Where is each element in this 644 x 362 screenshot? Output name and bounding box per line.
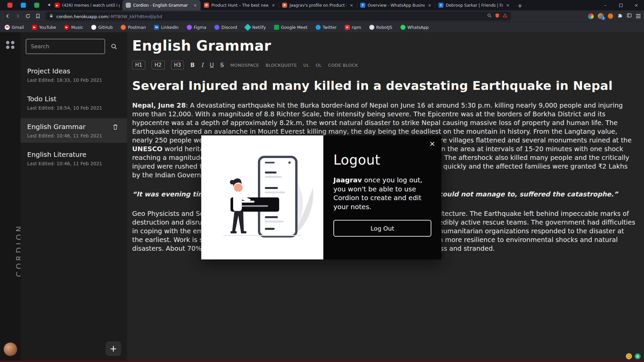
bookmark-item[interactable]: RobotJS [369, 25, 392, 30]
bookmark-item[interactable]: in LinkedIn [154, 25, 178, 30]
bookmark-label: Netlify [252, 25, 266, 30]
grammar-widget-icon[interactable]: G [635, 353, 641, 359]
sidebar-toggle-icon[interactable] [627, 13, 632, 19]
bookmark-item[interactable]: Figma [187, 25, 207, 30]
logout-modal: × Logout Jaagrav once you log out, you w… [201, 135, 441, 259]
bookmark-item[interactable]: Netlify [245, 25, 266, 30]
new-tab-button[interactable]: + [515, 1, 525, 10]
add-note-button[interactable]: + [106, 341, 121, 356]
bottom-edge-strip [0, 361, 644, 362]
tab-title: (426) memes i watch until i get numb [62, 3, 120, 8]
tab-close-icon[interactable]: × [271, 3, 276, 8]
search-button[interactable] [106, 39, 122, 54]
bookmark-label: YouTube [39, 25, 56, 30]
logout-button[interactable]: Log Out [333, 220, 431, 237]
toolbar-button[interactable]: H3 [171, 61, 184, 69]
profile-avatar-icon[interactable]: 3 [598, 13, 604, 19]
bookmark-label: WhatsApp [408, 25, 429, 30]
tab-audio-icon[interactable] [48, 3, 52, 8]
editor-toolbar: H1 H2 H3 B I U S MONOSPACE BLOCKQUOTE [132, 61, 636, 69]
extension-rainbow-icon[interactable] [588, 13, 594, 19]
minimize-button[interactable]: – [598, 0, 613, 10]
bookmark-flag-icon[interactable] [34, 12, 42, 20]
forward-button[interactable] [13, 12, 22, 20]
toolbar-button[interactable]: BLOCKQUOTE [266, 63, 297, 68]
close-window-button[interactable]: × [629, 0, 644, 10]
note-list-item[interactable]: Todo List Last Edited: 18:54, 10 Feb 202… [20, 90, 127, 115]
bookmark-item[interactable]: M Gmail [5, 25, 24, 30]
pinned-tab[interactable] [5, 1, 14, 10]
browser-tab[interactable]: f Overview - WhatsApp Business API × [357, 0, 435, 10]
modal-close-icon[interactable]: × [429, 139, 435, 148]
url-host: cordion.herokuapp.com [56, 14, 108, 19]
tab-close-icon[interactable]: × [349, 3, 354, 8]
bookmark-item[interactable]: Twitter [316, 25, 337, 30]
bookmark-item[interactable]: n npm [345, 25, 361, 30]
brave-rewards-icon[interactable] [502, 13, 507, 19]
note-list-item[interactable]: English Literature Last Edited: 10:46, 1… [20, 146, 127, 171]
pinned-tabs [2, 0, 44, 10]
tab-title: Cordion - English Grammar [133, 3, 190, 8]
browser-tab[interactable]: P Jaagrav's profile on Product Hunt | Pr… [279, 0, 357, 10]
cordion-logo [6, 41, 15, 49]
bookmark-label: LinkedIn [161, 25, 178, 30]
browser-tab[interactable]: f Debroop Sarkar | Friends | Facebook × [435, 0, 513, 10]
bookmark-item[interactable]: Google Meet [274, 25, 308, 30]
tab-close-icon[interactable]: × [193, 3, 198, 8]
extensions-puzzle-icon[interactable] [617, 13, 623, 19]
pinned-tab-favicon [34, 3, 39, 8]
toolbar-button[interactable]: OL [316, 63, 322, 68]
bookmark-item[interactable]: Discord [214, 25, 237, 30]
toolbar-button[interactable]: B [190, 62, 195, 68]
reload-button[interactable] [23, 12, 32, 20]
pinned-tab[interactable] [32, 1, 41, 10]
search-icon[interactable] [487, 13, 492, 19]
bookmark-item[interactable]: ▶ YouTube [32, 25, 56, 30]
brave-shield-icon[interactable] [495, 13, 500, 19]
url-bar[interactable]: cordion.herokuapp.com/-MTB0W_kkFh8tmdjlp… [46, 12, 511, 20]
toolbar-button[interactable]: UL [303, 63, 309, 68]
maximize-button[interactable] [613, 0, 629, 10]
bookmark-label: Google Meet [281, 25, 308, 30]
toolbar-button[interactable]: MONOSPACE [230, 63, 259, 68]
toolbar-button[interactable]: H2 [152, 61, 165, 69]
tab-close-icon[interactable]: × [427, 3, 432, 8]
bookmark-label: Figma [194, 25, 207, 30]
toolbar-button[interactable]: CODE BLOCK [328, 63, 358, 68]
toolbar-button[interactable]: U [210, 62, 214, 68]
tab-title: Overview - WhatsApp Business API [368, 3, 425, 8]
pinned-tab[interactable] [19, 1, 28, 10]
modal-username: Jaagrav [333, 176, 362, 184]
toolbar-button[interactable]: S [220, 62, 224, 68]
note-list-item[interactable]: English Grammar Last Edited: 10:46, 11 F… [20, 118, 127, 143]
browser-menu-icon[interactable] [636, 14, 641, 18]
toolbar-button[interactable]: H1 [132, 61, 145, 69]
search-input[interactable] [26, 39, 105, 54]
tab-favicon [126, 3, 131, 8]
extension-orange-icon[interactable] [608, 13, 613, 19]
tab-close-icon[interactable]: × [505, 3, 511, 8]
user-avatar[interactable] [4, 343, 17, 356]
bookmark-label: GitHub [98, 25, 113, 30]
bookmark-item[interactable]: ▶ Music [64, 25, 83, 30]
browser-tab[interactable]: ▶ (426) memes i watch until i get numb [44, 0, 122, 10]
extensions-area: 3 [588, 13, 641, 19]
note-list-item[interactable]: Project Ideas Last Edited: 18:33, 10 Feb… [20, 63, 127, 87]
browser-tab[interactable]: P Product Hunt – The best new products × [201, 0, 279, 10]
emoji-widget-icon[interactable]: ☺ [626, 353, 632, 359]
browser-tab[interactable]: Cordion - English Grammar × [122, 0, 201, 10]
back-button[interactable] [3, 12, 12, 20]
tab-favicon: f [360, 3, 365, 8]
bookmark-item[interactable]: Postman [121, 25, 146, 30]
tab-favicon: P [282, 3, 287, 8]
site-info-icon[interactable] [49, 13, 54, 19]
note-title: Project Ideas [27, 67, 122, 75]
pinned-tab-favicon [7, 3, 12, 8]
bookmark-item[interactable]: WhatsApp [400, 25, 429, 30]
bookmark-favicon [214, 25, 219, 30]
delete-note-icon[interactable] [112, 124, 118, 132]
document-heading[interactable]: Several Injured and many killed in a dev… [132, 79, 636, 93]
toolbar-button[interactable]: I [201, 62, 203, 68]
bookmark-label: Twitter [323, 25, 337, 30]
bookmark-item[interactable]: GitHub [91, 25, 113, 30]
